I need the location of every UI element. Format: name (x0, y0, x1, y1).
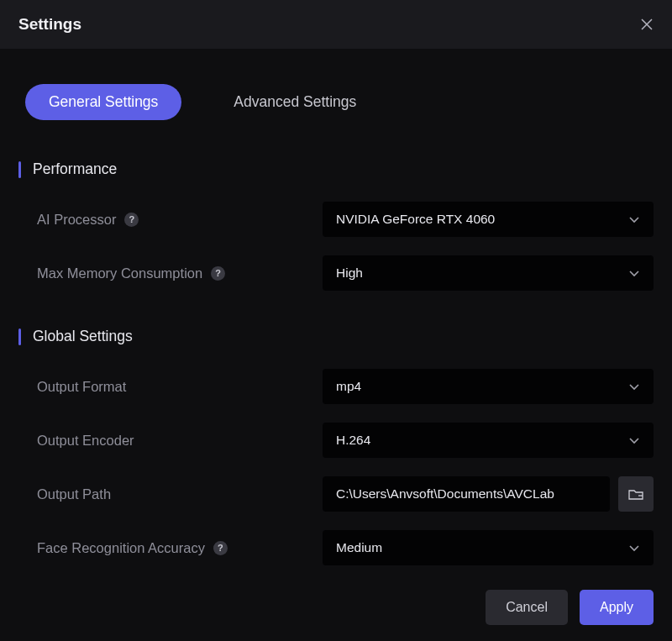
browse-button[interactable] (618, 476, 654, 512)
label-text-output-format: Output Format (37, 379, 126, 395)
control-output-path: C:\Users\Anvsoft\Documents\AVCLab (323, 476, 654, 512)
settings-content: General Settings Advanced Settings Perfo… (0, 49, 672, 565)
label-output-path: Output Path (37, 486, 323, 502)
select-max-memory[interactable]: High (323, 255, 654, 291)
footer: Cancel Apply (0, 574, 672, 641)
label-text-face-recognition: Face Recognition Accuracy (37, 540, 205, 556)
control-ai-processor: NVIDIA GeForce RTX 4060 (323, 202, 654, 237)
select-output-format[interactable]: mp4 (323, 369, 654, 404)
input-value-output-path: C:\Users\Anvsoft\Documents\AVCLab (336, 486, 554, 502)
settings-title: Settings (18, 15, 81, 34)
input-output-path[interactable]: C:\Users\Anvsoft\Documents\AVCLab (323, 476, 610, 512)
section-performance: Performance AI Processor ? NVIDIA GeForc… (18, 160, 654, 291)
label-output-format: Output Format (37, 379, 323, 395)
tab-advanced[interactable]: Advanced Settings (210, 84, 380, 120)
settings-header: Settings (0, 0, 672, 49)
label-text-max-memory: Max Memory Consumption (37, 265, 202, 281)
label-ai-processor: AI Processor ? (37, 212, 323, 228)
section-header-performance: Performance (18, 160, 654, 178)
chevron-down-icon (628, 213, 640, 225)
field-face-recognition: Face Recognition Accuracy ? Medium (18, 530, 654, 565)
control-output-format: mp4 (323, 369, 654, 404)
section-global: Global Settings Output Format mp4 Output… (18, 328, 654, 565)
section-header-global: Global Settings (18, 328, 654, 345)
chevron-down-icon (628, 267, 640, 279)
control-face-recognition: Medium (323, 530, 654, 565)
select-face-recognition[interactable]: Medium (323, 530, 654, 565)
cancel-button[interactable]: Cancel (486, 590, 568, 625)
select-value-ai-processor: NVIDIA GeForce RTX 4060 (336, 212, 495, 227)
chevron-down-icon (628, 542, 640, 554)
field-output-format: Output Format mp4 (18, 369, 654, 404)
label-text-output-encoder: Output Encoder (37, 433, 134, 449)
field-output-encoder: Output Encoder H.264 (18, 423, 654, 458)
close-icon[interactable] (640, 18, 654, 31)
chevron-down-icon (628, 434, 640, 446)
select-value-output-format: mp4 (336, 379, 361, 394)
field-max-memory: Max Memory Consumption ? High (18, 255, 654, 291)
section-marker (18, 328, 21, 345)
select-ai-processor[interactable]: NVIDIA GeForce RTX 4060 (323, 202, 654, 237)
label-face-recognition: Face Recognition Accuracy ? (37, 540, 323, 556)
section-title-performance: Performance (33, 160, 117, 178)
label-output-encoder: Output Encoder (37, 433, 323, 449)
label-max-memory: Max Memory Consumption ? (37, 265, 323, 281)
help-icon[interactable]: ? (124, 213, 139, 227)
section-title-global: Global Settings (33, 328, 133, 345)
label-text-ai-processor: AI Processor (37, 212, 116, 228)
select-value-face-recognition: Medium (336, 540, 382, 555)
field-output-path: Output Path C:\Users\Anvsoft\Documents\A… (18, 476, 654, 512)
control-max-memory: High (323, 255, 654, 291)
help-icon[interactable]: ? (213, 541, 228, 555)
chevron-down-icon (628, 381, 640, 392)
tabs: General Settings Advanced Settings (18, 84, 654, 120)
apply-button[interactable]: Apply (580, 590, 654, 625)
control-output-encoder: H.264 (323, 423, 654, 458)
label-text-output-path: Output Path (37, 486, 111, 502)
tab-general[interactable]: General Settings (25, 84, 181, 120)
help-icon[interactable]: ? (211, 266, 225, 281)
section-marker (18, 161, 21, 178)
select-value-max-memory: High (336, 265, 363, 281)
folder-icon (628, 488, 643, 501)
select-value-output-encoder: H.264 (336, 433, 370, 448)
select-output-encoder[interactable]: H.264 (323, 423, 654, 458)
field-ai-processor: AI Processor ? NVIDIA GeForce RTX 4060 (18, 202, 654, 237)
